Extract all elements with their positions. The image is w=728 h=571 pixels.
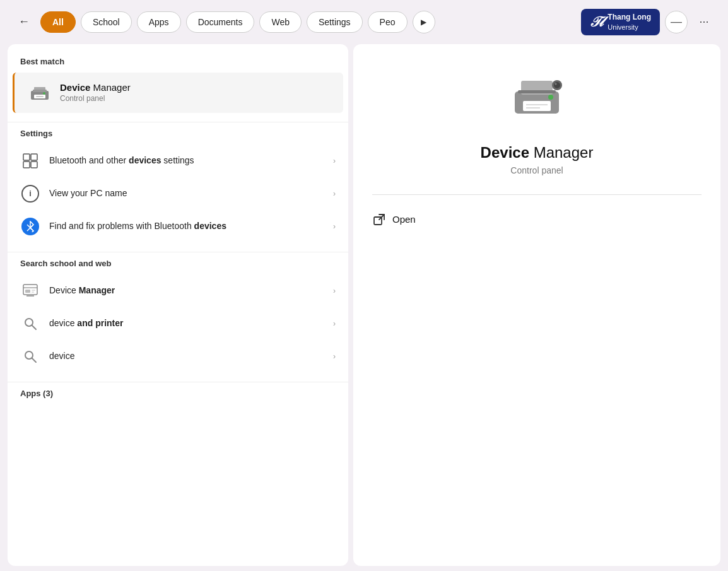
settings-item-bluetooth-devices[interactable]: Bluetooth and other devices settings › bbox=[8, 144, 348, 177]
chevron-icon: › bbox=[333, 286, 336, 295]
svg-rect-16 bbox=[32, 291, 34, 293]
preview-subtitle: Control panel bbox=[510, 165, 563, 175]
svg-rect-24 bbox=[523, 101, 551, 111]
play-icon: ▶ bbox=[421, 18, 426, 26]
preview-icon bbox=[505, 69, 568, 129]
svg-point-31 bbox=[555, 83, 557, 85]
svg-point-4 bbox=[43, 92, 45, 95]
device-manager-svg-icon bbox=[28, 81, 52, 105]
chevron-icon: › bbox=[333, 222, 336, 231]
best-match-subtitle: Control panel bbox=[60, 94, 331, 103]
search-item-device-manager[interactable]: Device Manager › bbox=[8, 274, 348, 307]
tab-settings[interactable]: Settings bbox=[307, 11, 363, 33]
university-name: Thang Long University bbox=[608, 13, 651, 32]
preview-device-manager-icon bbox=[505, 69, 568, 126]
best-match-title: Device Manager bbox=[60, 82, 331, 93]
svg-line-19 bbox=[32, 325, 37, 329]
chevron-icon: › bbox=[333, 156, 336, 165]
left-panel: Best match Device Manager Control panel bbox=[8, 44, 348, 566]
tab-peo[interactable]: Peo bbox=[368, 11, 408, 33]
back-button[interactable]: ← bbox=[13, 11, 35, 33]
bluetooth-icon bbox=[20, 216, 40, 237]
main-content: Best match Device Manager Control panel bbox=[0, 44, 728, 571]
svg-rect-8 bbox=[31, 154, 37, 160]
svg-rect-3 bbox=[36, 96, 44, 97]
settings-item-bluetooth-fix[interactable]: Find and fix problems with Bluetooth dev… bbox=[8, 210, 348, 243]
tab-web[interactable]: Web bbox=[259, 11, 302, 33]
best-match-label: Best match bbox=[8, 57, 348, 73]
minimize-button[interactable]: — bbox=[665, 11, 688, 33]
svg-rect-15 bbox=[32, 290, 35, 291]
apps-section-label: Apps (3) bbox=[8, 389, 348, 404]
svg-rect-9 bbox=[31, 162, 37, 168]
bluetooth-fix-text: Find and fix problems with Bluetooth dev… bbox=[49, 220, 324, 233]
preview-title: Device Manager bbox=[481, 144, 594, 162]
bluetooth-devices-text: Bluetooth and other devices settings bbox=[49, 155, 324, 167]
chevron-icon: › bbox=[333, 352, 336, 361]
search-item-device[interactable]: device › bbox=[8, 340, 348, 373]
play-button[interactable]: ▶ bbox=[413, 11, 435, 33]
right-panel: Device Manager Control panel Open bbox=[353, 44, 720, 566]
svg-point-30 bbox=[554, 82, 560, 88]
settings-item-pc-name[interactable]: i View your PC name › bbox=[8, 177, 348, 210]
tab-school[interactable]: School bbox=[81, 11, 132, 33]
university-badge[interactable]: 𝒯𝓁 Thang Long University bbox=[581, 9, 660, 35]
chevron-icon: › bbox=[333, 189, 336, 198]
tab-all[interactable]: All bbox=[40, 11, 76, 33]
more-icon: ··· bbox=[699, 15, 708, 28]
device-printer-text: device and printer bbox=[49, 317, 324, 330]
university-logo: 𝒯𝓁 bbox=[590, 14, 602, 30]
search-icon bbox=[20, 314, 40, 334]
open-label: Open bbox=[392, 214, 416, 225]
tab-documents[interactable]: Documents bbox=[186, 11, 255, 33]
info-icon: i bbox=[20, 184, 40, 204]
svg-point-27 bbox=[548, 95, 553, 100]
chevron-icon: › bbox=[333, 319, 336, 328]
minimize-icon: — bbox=[671, 15, 682, 28]
search-item-device-printer[interactable]: device and printer › bbox=[8, 307, 348, 340]
tab-apps[interactable]: Apps bbox=[137, 11, 181, 33]
best-match-item[interactable]: Device Manager Control panel bbox=[13, 73, 343, 113]
pc-name-text: View your PC name bbox=[49, 187, 324, 200]
svg-rect-14 bbox=[25, 290, 30, 293]
settings-section-label: Settings bbox=[8, 129, 348, 144]
svg-line-21 bbox=[32, 358, 37, 362]
open-button[interactable]: Open bbox=[372, 208, 702, 232]
device-manager-web-text: Device Manager bbox=[49, 285, 324, 297]
device-manager-icon bbox=[27, 80, 52, 105]
back-icon: ← bbox=[18, 15, 30, 28]
search-icon bbox=[20, 346, 40, 367]
preview-divider bbox=[372, 194, 702, 195]
best-match-text: Device Manager Control panel bbox=[60, 82, 331, 103]
svg-rect-7 bbox=[23, 162, 30, 168]
search-web-label: Search school and web bbox=[8, 259, 348, 274]
external-link-icon bbox=[372, 213, 386, 227]
svg-rect-6 bbox=[23, 154, 30, 160]
svg-rect-28 bbox=[518, 90, 556, 93]
device-text: device bbox=[49, 350, 324, 363]
svg-rect-12 bbox=[23, 285, 37, 295]
web-page-icon bbox=[20, 281, 40, 301]
svg-rect-5 bbox=[33, 90, 47, 92]
topbar: ← All School Apps Documents Web Settings… bbox=[0, 0, 728, 44]
gear-icon bbox=[20, 151, 40, 171]
more-options-button[interactable]: ··· bbox=[693, 11, 715, 33]
